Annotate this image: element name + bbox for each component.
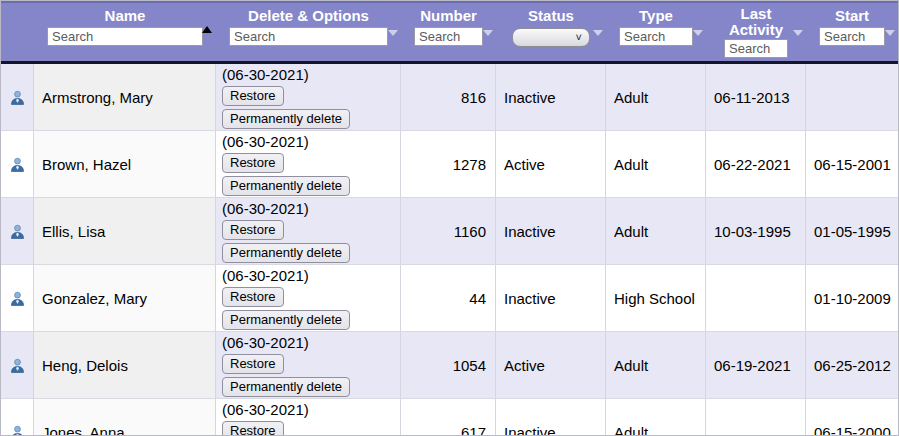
column-label-last-activity: Last Activity [725,6,787,38]
column-header-number[interactable]: Number [401,3,496,61]
delete-options-cell: (06-30-2021) Restore Permanently delete [216,131,401,197]
column-label-name: Name [105,8,146,24]
permanently-delete-button[interactable]: Permanently delete [222,243,350,263]
status-cell: Inactive [496,198,606,264]
column-header-name[interactable]: Name [34,3,216,61]
column-header-last-activity[interactable]: Last Activity [706,3,806,61]
last-activity-cell: 06-19-2021 [706,332,806,398]
type-cell: High School [606,265,706,331]
delete-options-cell: (06-30-2021) Restore Permanently delete [216,399,401,436]
number-search-input[interactable] [414,27,483,46]
restore-button[interactable]: Restore [222,354,284,374]
permanently-delete-button[interactable]: Permanently delete [222,310,350,330]
row-icon-cell [1,332,34,398]
permanently-delete-button[interactable]: Permanently delete [222,377,350,397]
start-cell: 01-05-1995 [806,198,898,264]
chevron-down-icon: ˅ [576,31,582,44]
row-icon-cell [1,64,34,130]
restore-button[interactable]: Restore [222,421,284,436]
last-activity-cell [706,399,806,436]
row-icon-cell [1,198,34,264]
type-search-input[interactable] [619,27,693,46]
column-label-number: Number [420,8,477,24]
restore-button[interactable]: Restore [222,220,284,240]
type-cell: Adult [606,399,706,436]
person-name: Ellis, Lisa [42,223,105,240]
last-activity-cell: 06-22-2021 [706,131,806,197]
table-row: Armstrong, Mary (06-30-2021) Restore Per… [1,64,898,131]
person-icon [10,425,25,436]
row-icon-cell [1,265,34,331]
sort-both-icon [593,27,603,36]
name-cell: Brown, Hazel [34,131,216,197]
number-cell: 1054 [401,332,496,398]
person-name: Gonzalez, Mary [42,290,147,307]
person-name: Heng, Delois [42,357,128,374]
person-icon [10,291,25,306]
delete-options-cell: (06-30-2021) Restore Permanently delete [216,265,401,331]
deleted-date: (06-30-2021) [222,267,309,284]
sort-both-icon [483,27,493,36]
name-cell: Heng, Delois [34,332,216,398]
delete-options-search-input[interactable] [229,27,388,46]
delete-options-cell: (06-30-2021) Restore Permanently delete [216,64,401,130]
table-row: Ellis, Lisa (06-30-2021) Restore Permane… [1,198,898,265]
sort-both-icon [693,27,703,36]
start-cell: 06-15-2000 [806,399,898,436]
deleted-date: (06-30-2021) [222,133,309,150]
permanently-delete-button[interactable]: Permanently delete [222,176,350,196]
start-cell: 01-10-2009 [806,265,898,331]
start-cell: 06-25-2012 [806,332,898,398]
deleted-date: (06-30-2021) [222,401,309,418]
person-name: Brown, Hazel [42,156,131,173]
column-header-type[interactable]: Type [606,3,706,61]
status-filter-select[interactable]: ˅ [512,28,590,47]
type-cell: Adult [606,131,706,197]
status-cell: Active [496,131,606,197]
sort-both-icon [388,27,398,36]
type-cell: Adult [606,198,706,264]
restore-button[interactable]: Restore [222,86,284,106]
person-icon [10,224,25,239]
person-icon [10,358,25,373]
deleted-date: (06-30-2021) [222,334,309,351]
table-row: Brown, Hazel (06-30-2021) Restore Perman… [1,131,898,198]
deleted-records-table: Name Delete & Options Number Status [0,0,899,436]
status-cell: Active [496,332,606,398]
column-label-type: Type [639,8,673,24]
start-search-input[interactable] [819,27,885,46]
row-icon-cell [1,131,34,197]
name-cell: Armstrong, Mary [34,64,216,130]
last-activity-cell: 10-03-1995 [706,198,806,264]
column-label-status: Status [528,8,574,24]
last-activity-cell: 06-11-2013 [706,64,806,130]
column-header-delete-options[interactable]: Delete & Options [216,3,401,61]
status-cell: Inactive [496,399,606,436]
name-search-input[interactable] [47,27,203,46]
number-cell: 1160 [401,198,496,264]
deleted-date: (06-30-2021) [222,200,309,217]
deleted-date: (06-30-2021) [222,66,309,83]
restore-button[interactable]: Restore [222,287,284,307]
number-cell: 1278 [401,131,496,197]
column-label-delete-options: Delete & Options [248,8,369,24]
person-icon [10,90,25,105]
last-activity-search-input[interactable] [724,39,788,58]
permanently-delete-button[interactable]: Permanently delete [222,109,350,129]
name-cell: Jones, Anna [34,399,216,436]
sort-both-icon [885,27,895,36]
person-icon [10,157,25,172]
icon-column-header [1,3,34,61]
delete-options-cell: (06-30-2021) Restore Permanently delete [216,198,401,264]
column-header-start[interactable]: Start [806,3,898,61]
column-header-status[interactable]: Status ˅ [496,3,606,61]
restore-button[interactable]: Restore [222,153,284,173]
table-row: Heng, Delois (06-30-2021) Restore Perman… [1,332,898,399]
status-cell: Inactive [496,64,606,130]
sort-ascending-icon [202,26,212,33]
name-cell: Ellis, Lisa [34,198,216,264]
number-cell: 44 [401,265,496,331]
type-cell: Adult [606,64,706,130]
table-row: Jones, Anna (06-30-2021) Restore Permane… [1,399,898,436]
status-cell: Inactive [496,265,606,331]
